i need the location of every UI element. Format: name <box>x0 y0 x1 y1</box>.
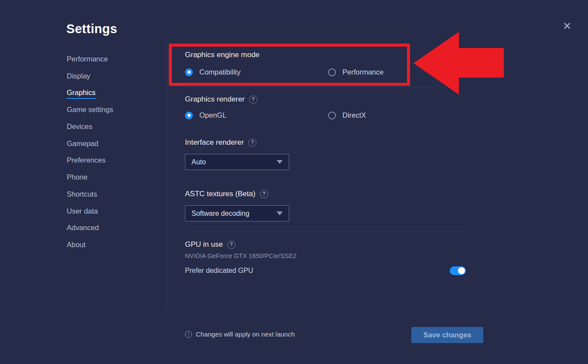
page-title: Settings <box>66 22 117 36</box>
engine-mode-option-compatibility[interactable]: Compatibility <box>185 68 240 76</box>
sidebar-item-display[interactable]: Display <box>67 68 154 85</box>
sidebar-item-label: Phone <box>67 173 88 183</box>
sidebar-item-performance[interactable]: Performance <box>67 51 154 68</box>
sidebar-item-game-settings[interactable]: Game settings <box>67 102 154 119</box>
chevron-down-icon <box>277 211 283 215</box>
astc-label: ASTC textures (Beta) ? <box>185 190 268 198</box>
save-changes-button[interactable]: Save changes <box>411 327 483 343</box>
sidebar-item-label: User data <box>67 207 98 217</box>
gpu-label-text: GPU in use <box>185 240 223 249</box>
sidebar-item-label: Advanced <box>67 224 99 233</box>
interface-renderer-label-text: Interface renderer <box>185 138 244 147</box>
interface-renderer-label: Interface renderer ? <box>185 138 256 147</box>
sidebar-item-graphics[interactable]: Graphics <box>67 85 154 102</box>
settings-sidebar: Performance Display Graphics Game settin… <box>67 51 154 254</box>
section-divider <box>185 179 468 180</box>
sidebar-item-label: Game settings <box>67 105 113 115</box>
radio-performance[interactable] <box>328 68 336 76</box>
radio-label: DirectX <box>342 111 366 119</box>
footer-note: i Changes will apply on next launch <box>185 330 295 338</box>
renderer-option-directx[interactable]: DirectX <box>328 111 366 119</box>
settings-window: Settings ✕ Performance Display Graphics … <box>0 0 588 364</box>
sidebar-item-gamepad[interactable]: Gamepad <box>67 136 154 153</box>
highlight-arrow-icon <box>412 31 506 96</box>
astc-dropdown[interactable]: Software decoding <box>185 205 289 221</box>
radio-directx[interactable] <box>328 112 336 119</box>
sidebar-item-label: Graphics <box>67 88 96 99</box>
dropdown-value: Software decoding <box>191 210 277 218</box>
close-icon[interactable]: ✕ <box>560 19 574 33</box>
help-icon[interactable]: ? <box>249 95 257 104</box>
radio-compatibility[interactable] <box>185 68 193 76</box>
toggle-knob <box>458 267 465 274</box>
sidebar-item-label: Shortcuts <box>67 190 97 200</box>
interface-renderer-dropdown[interactable]: Auto <box>185 154 289 170</box>
help-icon[interactable]: ? <box>248 139 256 147</box>
sidebar-item-label: Performance <box>67 55 108 65</box>
radio-opengl[interactable] <box>185 112 193 119</box>
footer-note-text: Changes will apply on next launch <box>196 330 295 338</box>
sidebar-item-phone[interactable]: Phone <box>67 170 154 187</box>
highlight-rectangle <box>169 44 410 86</box>
chevron-down-icon <box>277 160 283 164</box>
radio-label: Performance <box>342 68 383 76</box>
sidebar-item-about[interactable]: About <box>67 237 154 254</box>
renderer-option-opengl[interactable]: OpenGL <box>185 111 226 119</box>
info-icon: i <box>185 331 192 338</box>
gpu-label: GPU in use ? <box>185 240 236 249</box>
gpu-value: NVIDIA GeForce GTX 1650/PCIe/SSE2 <box>185 252 296 259</box>
sidebar-item-label: Gamepad <box>67 139 98 149</box>
help-icon[interactable]: ? <box>227 241 236 249</box>
prefer-gpu-toggle[interactable] <box>450 266 466 275</box>
engine-mode-option-performance[interactable]: Performance <box>328 68 383 76</box>
prefer-gpu-label: Prefer dedicated GPU <box>185 267 253 275</box>
astc-label-text: ASTC textures (Beta) <box>185 190 256 198</box>
section-divider <box>185 231 468 231</box>
sidebar-item-devices[interactable]: Devices <box>67 119 154 136</box>
help-icon[interactable]: ? <box>260 190 268 198</box>
sidebar-item-label: Display <box>67 72 90 82</box>
sidebar-item-shortcuts[interactable]: Shortcuts <box>67 187 154 204</box>
engine-mode-label-text: Graphics engine mode <box>185 51 260 59</box>
radio-label: Compatibility <box>199 68 240 76</box>
section-divider <box>185 129 468 129</box>
sidebar-item-preferences[interactable]: Preferences <box>67 153 154 170</box>
sidebar-divider <box>167 41 168 310</box>
renderer-label: Graphics renderer ? <box>185 95 257 104</box>
sidebar-item-user-data[interactable]: User data <box>67 203 154 220</box>
prefer-gpu-label-text: Prefer dedicated GPU <box>185 267 253 275</box>
sidebar-item-label: Devices <box>67 122 92 132</box>
sidebar-item-label: Preferences <box>67 156 106 166</box>
section-divider <box>185 87 468 87</box>
renderer-label-text: Graphics renderer <box>185 95 245 104</box>
sidebar-item-label: About <box>67 241 85 250</box>
sidebar-item-advanced[interactable]: Advanced <box>67 220 154 237</box>
dropdown-value: Auto <box>191 158 277 166</box>
radio-label: OpenGL <box>199 111 226 119</box>
engine-mode-label: Graphics engine mode <box>185 51 260 59</box>
